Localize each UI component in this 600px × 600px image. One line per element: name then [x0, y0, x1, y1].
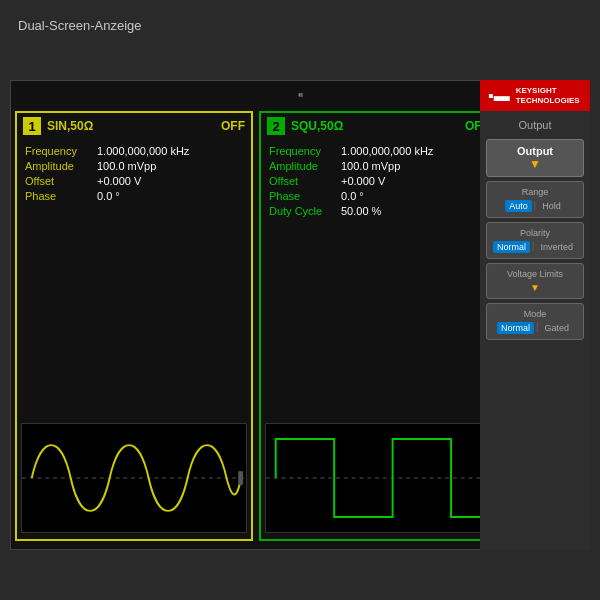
ch2-header: 2 SQU,50Ω OFF — [261, 113, 495, 139]
ch2-param-amplitude: Amplitude 100.0 mVpp — [269, 160, 487, 172]
ch2-number: 2 — [267, 117, 285, 135]
ch1-number: 1 — [23, 117, 41, 135]
usb-icon: ⁌ — [297, 87, 304, 103]
polarity-options: Normal | Inverted — [491, 241, 579, 253]
ch1-param-phase: Phase 0.0 ° — [25, 190, 243, 202]
range-button[interactable]: Range Auto | Hold — [486, 181, 584, 218]
range-auto-option[interactable]: Auto — [505, 200, 532, 212]
right-panel: ▪▬ KEYSIGHT TECHNOLOGIES Output Output ▼… — [480, 80, 590, 550]
mode-options: Normal | Gated — [491, 322, 579, 334]
ch2-params: Frequency 1.000,000,000 kHz Amplitude 10… — [261, 139, 495, 226]
page-title: Dual-Screen-Anzeige — [18, 18, 142, 33]
ch1-param-frequency: Frequency 1.000,000,000 kHz — [25, 145, 243, 157]
channel1-panel: 1 SIN,50Ω OFF Frequency 1.000,000,000 kH… — [15, 111, 253, 541]
voltage-arrow-icon: ▼ — [491, 282, 579, 293]
ch1-param-amplitude: Amplitude 100.0 mVpp — [25, 160, 243, 172]
ch2-square-wave — [266, 424, 490, 532]
ch1-param-offset: Offset +0.000 V — [25, 175, 243, 187]
ch1-waveform — [21, 423, 247, 533]
ch2-waveform — [265, 423, 491, 533]
keysight-logo-icon: ▪▬ — [488, 87, 510, 105]
ch1-status[interactable]: OFF — [221, 119, 245, 133]
range-options: Auto | Hold — [491, 200, 579, 212]
ch2-waveform-label: SQU,50Ω — [291, 119, 465, 133]
polarity-inverted-option[interactable]: Inverted — [536, 241, 577, 253]
channel2-panel: 2 SQU,50Ω OFF Frequency 1.000,000,000 kH… — [259, 111, 497, 541]
ch1-sine-wave — [22, 424, 246, 532]
polarity-normal-option[interactable]: Normal — [493, 241, 530, 253]
output-section-label: Output — [480, 111, 590, 135]
mode-normal-option[interactable]: Normal — [497, 322, 534, 334]
page-background: Dual-Screen-Anzeige ⁌ 1 SIN,50Ω OFF Freq… — [0, 0, 600, 600]
keysight-logo-text: KEYSIGHT TECHNOLOGIES — [516, 86, 580, 105]
ch2-param-offset: Offset +0.000 V — [269, 175, 487, 187]
ch1-header: 1 SIN,50Ω OFF — [17, 113, 251, 139]
output-arrow-icon: ▼ — [491, 157, 579, 171]
mode-button[interactable]: Mode Normal | Gated — [486, 303, 584, 340]
polarity-button[interactable]: Polarity Normal | Inverted — [486, 222, 584, 259]
mode-gated-option[interactable]: Gated — [540, 322, 573, 334]
range-hold-option[interactable]: Hold — [538, 200, 565, 212]
ch2-param-phase: Phase 0.0 ° — [269, 190, 487, 202]
keysight-logo: ▪▬ KEYSIGHT TECHNOLOGIES — [480, 80, 590, 111]
ch1-waveform-label: SIN,50Ω — [47, 119, 221, 133]
ch2-param-frequency: Frequency 1.000,000,000 kHz — [269, 145, 487, 157]
voltage-limits-button[interactable]: Voltage Limits ▼ — [486, 263, 584, 299]
ch1-params: Frequency 1.000,000,000 kHz Amplitude 10… — [17, 139, 251, 211]
ch2-param-dutycycle: Duty Cycle 50.00 % — [269, 205, 487, 217]
output-button[interactable]: Output ▼ — [486, 139, 584, 177]
svg-rect-1 — [238, 471, 243, 485]
